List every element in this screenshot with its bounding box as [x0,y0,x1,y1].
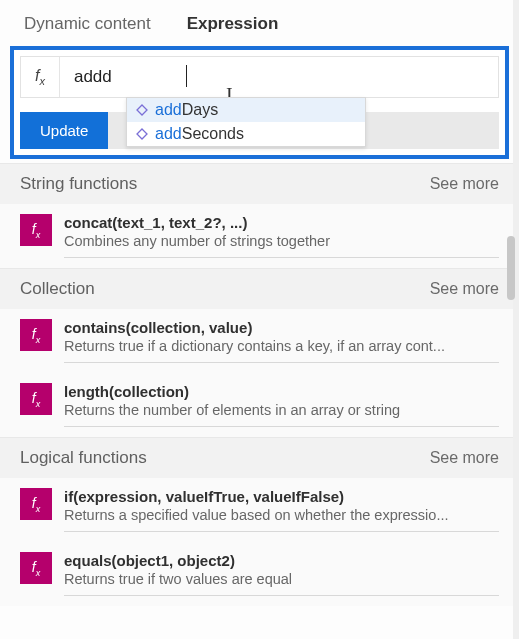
expression-input[interactable] [60,57,498,97]
section-title: Logical functions [20,448,147,468]
function-description: Combines any number of strings together [64,233,499,249]
function-signature: concat(text_1, text_2?, ...) [64,214,499,231]
function-body: equals(object1, object2) Returns true if… [64,552,499,596]
function-concat[interactable]: fx concat(text_1, text_2?, ...) Combines… [0,204,519,268]
fx-icon: fx [20,383,52,415]
update-button[interactable]: Update [20,112,108,149]
expression-panel: Dynamic content Expression fx I addDays [0,0,519,639]
function-description: Returns true if two values are equal [64,571,499,587]
expression-editor: fx I addDays addSeconds Update [10,46,509,159]
function-sections: String functions See more fx concat(text… [0,159,519,610]
fx-icon: fx [20,552,52,584]
function-description: Returns the number of elements in an arr… [64,402,499,418]
function-signature: length(collection) [64,383,499,400]
fx-icon: fx [20,488,52,520]
see-more-link[interactable]: See more [430,280,499,298]
function-description: Returns a specified value based on wheth… [64,507,499,523]
section-title: String functions [20,174,137,194]
section-header-string: String functions See more [0,163,519,204]
function-if[interactable]: fx if(expression, valueIfTrue, valueIfFa… [0,478,519,542]
function-body: length(collection) Returns the number of… [64,383,499,427]
function-signature: equals(object1, object2) [64,552,499,569]
svg-marker-0 [137,105,147,115]
tab-dynamic-content[interactable]: Dynamic content [24,14,151,34]
fx-icon: fx [20,319,52,351]
fx-icon: fx [20,214,52,246]
section-title: Collection [20,279,95,299]
autocomplete-popup: addDays addSeconds [126,97,366,147]
fx-icon: fx [21,57,60,97]
text-caret [186,65,187,87]
function-body: if(expression, valueIfTrue, valueIfFalse… [64,488,499,532]
function-contains[interactable]: fx contains(collection, value) Returns t… [0,309,519,373]
function-equals[interactable]: fx equals(object1, object2) Returns true… [0,542,519,606]
method-icon [135,103,149,117]
function-signature: if(expression, valueIfTrue, valueIfFalse… [64,488,499,505]
expression-input-row: fx [20,56,499,98]
right-edge [513,0,519,639]
see-more-link[interactable]: See more [430,449,499,467]
section-header-collection: Collection See more [0,268,519,309]
method-icon [135,127,149,141]
autocomplete-item-addseconds[interactable]: addSeconds [127,122,365,146]
tab-expression[interactable]: Expression [187,14,279,34]
function-length[interactable]: fx length(collection) Returns the number… [0,373,519,437]
function-body: contains(collection, value) Returns true… [64,319,499,363]
svg-marker-1 [137,129,147,139]
function-signature: contains(collection, value) [64,319,499,336]
tabs: Dynamic content Expression [0,0,519,46]
expression-input-wrap [60,57,498,97]
vertical-scrollbar[interactable] [507,236,515,300]
section-header-logical: Logical functions See more [0,437,519,478]
function-body: concat(text_1, text_2?, ...) Combines an… [64,214,499,258]
autocomplete-item-adddays[interactable]: addDays [127,98,365,122]
see-more-link[interactable]: See more [430,175,499,193]
function-description: Returns true if a dictionary contains a … [64,338,499,354]
